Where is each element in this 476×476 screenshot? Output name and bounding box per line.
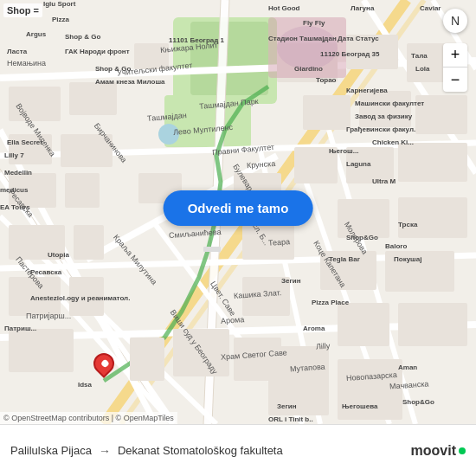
label-orl-tinitb: ORL i Tinit b.. bbox=[268, 415, 313, 423]
street-patrirce: Патријарш... bbox=[26, 312, 71, 320]
bottom-bar: Palilulska Pijaca → Dekanat Stomatološko… bbox=[0, 424, 476, 476]
svg-rect-62 bbox=[130, 338, 164, 381]
label-medellin: Medellin bbox=[4, 169, 32, 177]
label-pokusaj: Покушај bbox=[394, 255, 421, 263]
svg-rect-32 bbox=[65, 173, 100, 208]
compass: N bbox=[443, 9, 467, 33]
label-pizza-place: Pizza Place bbox=[312, 299, 349, 306]
label-zegin: Зегин bbox=[281, 277, 301, 285]
label-medicus: medicus bbox=[0, 186, 28, 194]
label-trska: Трска bbox=[398, 221, 417, 228]
zoom-controls: + − bbox=[443, 43, 467, 92]
label-caviar: Caviar bbox=[420, 4, 441, 12]
svg-rect-46 bbox=[398, 143, 467, 182]
label-pizza: Pizza bbox=[52, 16, 69, 23]
label-zegin2: Зегин bbox=[277, 402, 297, 410]
label-torao: Торао bbox=[316, 76, 337, 84]
zoom-in-button[interactable]: + bbox=[443, 43, 467, 68]
label-tala: Тала bbox=[411, 52, 428, 60]
svg-rect-51 bbox=[338, 303, 389, 346]
label-flyfly: Fly Fly bbox=[303, 19, 325, 27]
moovit-text: moovit bbox=[411, 443, 456, 459]
label-gradjevinski: Грађевински факул. bbox=[346, 125, 415, 133]
label-ea-tours: EA Tours bbox=[0, 203, 30, 211]
destination-marker bbox=[93, 353, 114, 381]
label-aman: Aman bbox=[398, 363, 417, 371]
from-location: Palilulska Pijaca bbox=[10, 444, 92, 457]
navigate-button[interactable]: Odvedi me tamo bbox=[164, 190, 313, 226]
svg-rect-2 bbox=[190, 22, 268, 95]
moovit-logo: moovit bbox=[411, 443, 466, 459]
arrow-icon: → bbox=[99, 444, 111, 458]
label-shopgo2: Shop & Go bbox=[65, 33, 100, 41]
label-anest: Anesteziol.ogy и реаниматол. bbox=[30, 294, 130, 302]
shop-label: Shop = bbox=[3, 3, 42, 17]
label-gak: ГАК Народи фронт bbox=[65, 48, 130, 55]
map-container: Немањина Војводе Миленка Ресавска Бирчан… bbox=[0, 0, 476, 424]
label-11120: 11120 Београд 35 bbox=[320, 50, 379, 58]
label-utopia: Utopia bbox=[48, 251, 69, 259]
label-shop-go-r: Shop & Go bbox=[95, 65, 131, 73]
label-resavska-st: Ресавска bbox=[30, 268, 61, 276]
label-masinski: Машински факултет bbox=[355, 100, 424, 107]
label-laguna2: Laguna bbox=[346, 160, 370, 168]
street-aroma: Арома bbox=[221, 315, 245, 325]
zoom-out-button[interactable]: − bbox=[443, 68, 467, 92]
label-patrirce2: Патриш... bbox=[4, 325, 36, 332]
street-teara: Теара bbox=[268, 237, 291, 248]
route-info: Palilulska Pijaca → Dekanat Stomatološko… bbox=[10, 443, 466, 459]
street-nemanjina: Немањина bbox=[7, 59, 46, 68]
svg-rect-28 bbox=[69, 82, 117, 115]
svg-point-64 bbox=[277, 26, 338, 69]
street-lilly: Лilly bbox=[316, 341, 331, 351]
label-argus: Argus bbox=[26, 30, 46, 38]
label-idsa: Idsa bbox=[78, 381, 92, 389]
label-shopgo: Shop&Go bbox=[346, 234, 378, 241]
label-data-status: Дата Статус bbox=[338, 35, 379, 42]
svg-rect-52 bbox=[398, 303, 467, 346]
label-njeg: Његош... bbox=[329, 147, 358, 155]
label-lasta: Ласта bbox=[7, 48, 27, 55]
marker-pin bbox=[89, 349, 119, 378]
label-negoseva: Његошева bbox=[342, 402, 377, 410]
label-zavod-fiziku: Завод за физику bbox=[355, 113, 412, 120]
svg-rect-26 bbox=[203, 247, 221, 252]
svg-rect-37 bbox=[9, 329, 74, 372]
label-aroma2: Aroma bbox=[303, 325, 325, 332]
svg-rect-42 bbox=[359, 91, 411, 127]
label-giardino: Giardino bbox=[294, 65, 323, 73]
svg-rect-34 bbox=[74, 225, 104, 260]
label-stadion: Стадион Ташмајдан bbox=[268, 35, 337, 42]
svg-rect-41 bbox=[303, 95, 351, 130]
label-baloro: Baloro bbox=[385, 242, 407, 250]
map-attribution: © OpenStreetMap contributors | © OpenMap… bbox=[0, 412, 177, 424]
svg-rect-47 bbox=[338, 199, 389, 238]
label-lilly7: Lilly 7 bbox=[4, 151, 24, 159]
svg-rect-48 bbox=[398, 197, 467, 238]
label-laguna: Лагуна bbox=[351, 4, 374, 12]
label-lola: Lola bbox=[415, 65, 429, 73]
label-iglu-sport: Iglu Sport bbox=[43, 0, 75, 8]
label-ella-secret: Ella Secret bbox=[7, 138, 42, 146]
label-shopgo3: Shop&Go bbox=[402, 398, 434, 406]
label-amam: Амам кнеза Милоша bbox=[95, 78, 165, 86]
label-tegla-bar: Tegla Bar bbox=[329, 255, 360, 263]
to-location: Dekanat Stomatološkog fakulteta bbox=[118, 444, 283, 457]
label-hot-good: Hot Good bbox=[268, 4, 299, 12]
label-ultra-m: Ultra M bbox=[372, 177, 396, 185]
moovit-dot bbox=[459, 447, 466, 454]
marker-dot bbox=[100, 358, 110, 368]
label-karnegijeva: Карнегијева bbox=[346, 87, 388, 94]
label-11101: 11101 Београд 1 bbox=[169, 36, 224, 44]
label-chicken-ki: Chicken Ki... bbox=[372, 138, 414, 146]
